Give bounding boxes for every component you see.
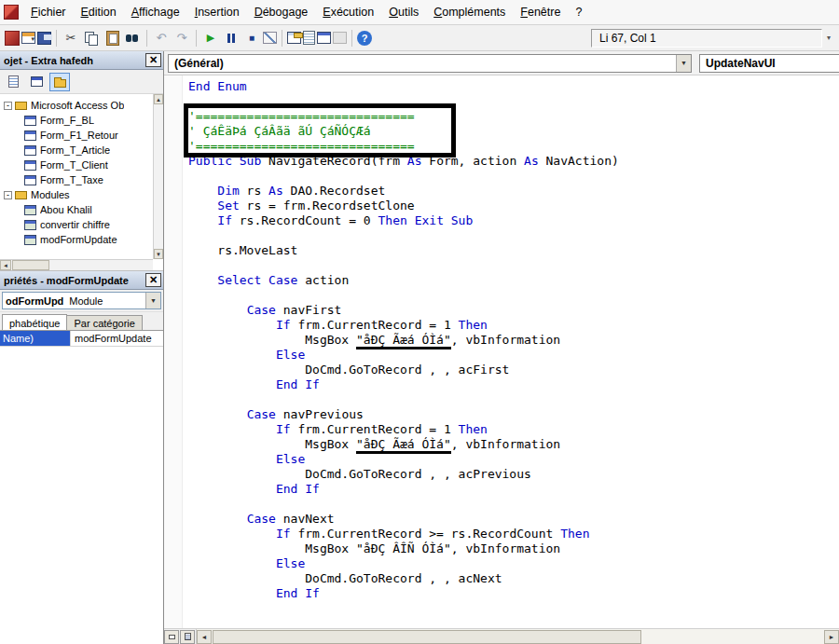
menu-compl-ments[interactable]: Compléments [426,0,513,25]
tree-item-microsoft-access-ob[interactable]: -Microsoft Access Ob [0,98,153,113]
vba-editor-window: FichierEditionAffichageInsertionDébogage… [0,0,839,644]
project-explorer-icon[interactable] [287,32,301,44]
dropdown-arrow-icon[interactable]: ▼ [145,293,160,308]
scroll-down-icon[interactable]: ▼ [154,249,163,259]
procedure-dropdown[interactable]: UpdateNavUI [699,54,839,73]
code-line [188,169,839,184]
scrollbar-thumb[interactable] [12,260,49,270]
properties-close-button[interactable]: ✕ [145,273,161,287]
code-line [188,288,839,303]
redo-icon[interactable]: ↷ [172,29,191,48]
code-line: End If [188,377,839,392]
menu-items: FichierEditionAffichageInsertionDébogage… [23,0,589,25]
menu-insertion[interactable]: Insertion [187,0,247,25]
tree-item-form-f1-retour[interactable]: Form_F1_Retour [0,128,153,143]
cut-icon[interactable]: ✂ [62,29,80,48]
code-horizontal-scrollbar[interactable]: ◄ ► [196,629,839,644]
tree-item-form-t-article[interactable]: Form_T_Article [0,143,153,158]
tab-alphabetic[interactable]: phabétique [2,314,67,330]
insert-userform-icon[interactable]: ▾ [21,32,35,44]
tree-item-form-t-taxe[interactable]: Form_T_Taxe [0,172,153,187]
run-icon[interactable]: ▶ [201,29,220,48]
toolbar-separator [351,30,352,47]
tree-item-convertir-chiffre[interactable]: convertir chiffre [0,217,153,232]
property-row[interactable]: Name)modFormUpdate [0,331,163,347]
selected-object-name: odFormUpd [6,295,63,307]
menu-d-bogage[interactable]: Débogage [247,0,316,25]
code-editor[interactable]: End Enum '==============================… [164,75,839,628]
code-line: End If [188,586,839,601]
menu-fichier[interactable]: Fichier [23,0,74,25]
tree-vertical-scrollbar[interactable]: ▲ ▼ [153,94,163,259]
properties-window-icon[interactable] [303,31,315,45]
code-line: Case navNext [188,512,839,527]
menu-outils[interactable]: Outils [381,0,426,25]
tree-item-label: Form_T_Article [40,144,110,156]
design-mode-icon[interactable] [263,32,277,44]
collapse-icon[interactable]: - [4,102,12,110]
code-text[interactable]: End Enum '==============================… [183,75,839,628]
form-icon [24,175,36,185]
scroll-left-icon[interactable]: ◄ [0,260,11,270]
find-icon[interactable] [123,29,142,48]
tree-item-abou-khalil[interactable]: Abou Khalil [0,202,153,217]
property-value[interactable]: modFormUpdate [71,331,163,346]
collapse-icon[interactable]: - [4,191,12,199]
full-module-view-button[interactable] [180,630,195,644]
reset-icon[interactable]: ■ [242,29,261,48]
scroll-left-icon[interactable]: ◄ [197,630,212,644]
module-icon [24,235,36,245]
view-code-button[interactable] [3,73,23,91]
code-line [188,497,839,512]
code-line: If frm.CurrentRecord = 1 Then [188,422,839,437]
view-object-button[interactable] [26,73,47,91]
scroll-up-icon[interactable]: ▲ [154,94,163,104]
code-line: Dim rs As DAO.Recordset [188,184,839,199]
code-line [188,258,839,273]
object-dropdown[interactable]: (Général) ▼ [168,54,692,73]
tree-item-label: modFormUpdate [40,234,117,245]
folder-icon [15,191,27,199]
folder-icon [15,102,27,110]
properties-object-selector[interactable]: odFormUpd Module ▼ [2,292,161,309]
undo-icon[interactable]: ↶ [152,29,171,48]
tree-item-form-t-client[interactable]: Form_T_Client [0,158,153,172]
menu-help[interactable]: ? [568,0,589,25]
scrollbar-thumb[interactable] [213,630,641,644]
code-dropdown-row: (Général) ▼ UpdateNavUI [164,51,839,75]
break-icon[interactable] [222,29,241,48]
toolbar-separator [146,30,147,47]
help-icon[interactable]: ? [357,31,372,46]
procedure-view-button[interactable] [164,630,179,644]
procedure-dropdown-value: UpdateNavUI [706,57,776,70]
menu-fen-tre[interactable]: Fenêtre [513,0,568,25]
dropdown-arrow-icon[interactable]: ▼ [676,55,691,72]
menu-affichage[interactable]: Affichage [124,0,187,25]
toolbox-icon[interactable] [333,32,347,44]
paste-icon[interactable] [103,29,121,48]
object-browser-icon[interactable] [317,32,331,44]
toolbar-options-chevron[interactable]: ▾ [822,34,835,42]
tree-horizontal-scrollbar[interactable]: ◄ [0,259,153,270]
procedure-view-icon [169,635,175,639]
project-explorer-close-button[interactable]: ✕ [145,53,161,67]
project-explorer-titlebar[interactable]: ojet - Extra hafedh ✕ [0,51,163,70]
menu-ex-cution[interactable]: Exécution [315,0,381,25]
tree-item-modformupdate[interactable]: modFormUpdate [0,232,153,247]
property-name[interactable]: Name) [0,331,71,346]
copy-icon[interactable] [82,29,101,48]
host-app-icon[interactable] [5,31,20,46]
code-line: Case navFirst [188,303,839,318]
tree-item-form-f-bl[interactable]: Form_F_BL [0,113,153,128]
properties-titlebar[interactable]: priétés - modFormUpdate ✕ [0,271,163,290]
code-line [188,94,839,109]
toolbar: ▾✂↶↷▶■? Li 67, Col 1 ▾ [0,25,839,51]
menu-edition[interactable]: Edition [74,0,124,25]
toggle-folders-button[interactable] [49,73,70,91]
tab-categorized[interactable]: Par catégorie [66,315,142,330]
scroll-right-icon[interactable]: ► [824,630,839,644]
tree-item-modules[interactable]: -Modules [0,187,153,202]
save-icon[interactable] [37,32,51,45]
toolbar-icons: ▾✂↶↷▶■? [4,25,373,51]
code-line: Else [188,348,839,363]
